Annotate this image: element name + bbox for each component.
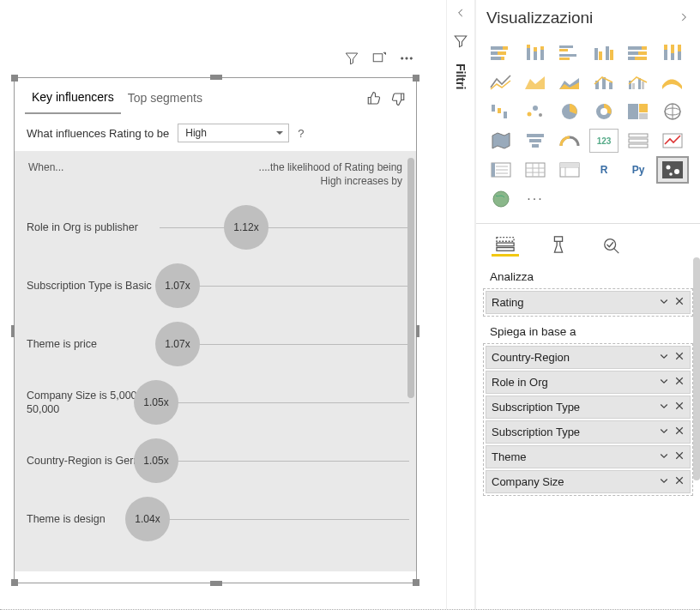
viz-treemap-icon[interactable] (624, 100, 653, 124)
svg-rect-43 (492, 105, 495, 112)
influencer-bubble[interactable]: 1.12x (224, 205, 269, 250)
viz-multirow-icon[interactable] (624, 129, 653, 153)
chevron-down-icon[interactable] (659, 351, 669, 364)
resize-handle[interactable] (11, 579, 18, 586)
field-chip[interactable]: Rating (486, 291, 691, 314)
chevron-down-icon[interactable] (659, 426, 669, 438)
field-chip[interactable]: Company Size (486, 470, 691, 493)
collapse-pane-icon[interactable] (678, 9, 690, 27)
influencer-row[interactable]: Role in Org is publisher1.12x (27, 198, 409, 257)
influencer-bubble[interactable]: 1.05x (134, 438, 178, 483)
viz-r-icon[interactable]: R (589, 158, 619, 182)
field-chip[interactable]: Subscription Type (486, 420, 691, 444)
resize-handle[interactable] (413, 579, 419, 586)
viz-clustered-column-icon[interactable] (589, 41, 619, 65)
viz-100stacked-bar-icon[interactable] (624, 41, 653, 65)
viz-kpi-icon[interactable] (658, 129, 687, 153)
influencer-row[interactable]: Country-Region is Germany1.05x (27, 432, 409, 490)
viz-line-icon[interactable] (486, 70, 516, 94)
viz-filledmap-icon[interactable] (486, 129, 516, 153)
viz-more-icon[interactable]: ··· (521, 187, 550, 211)
analytics-tab-icon[interactable] (598, 233, 625, 257)
tab-top-segments[interactable]: Top segments (121, 86, 209, 113)
influencer-row[interactable]: Theme is design1.04x (27, 490, 409, 548)
viz-area-icon[interactable] (521, 70, 550, 94)
tab-key-influencers[interactable]: Key influencers (25, 85, 121, 114)
influencer-bubble[interactable]: 1.05x (134, 380, 178, 425)
viz-100stacked-column-icon[interactable] (658, 41, 687, 65)
svg-rect-12 (534, 51, 537, 60)
more-options-icon[interactable] (399, 51, 414, 66)
close-icon[interactable] (674, 475, 685, 488)
influencer-row[interactable]: Theme is price1.07x (27, 315, 409, 373)
fields-tab-icon[interactable] (492, 233, 519, 257)
expand-filters-icon[interactable] (455, 7, 467, 21)
scrollbar[interactable] (407, 158, 414, 398)
svg-point-71 (674, 169, 679, 174)
chevron-down-icon[interactable] (659, 401, 669, 414)
influencer-bubble[interactable]: 1.04x (125, 497, 170, 541)
analyze-section-label: Analizza (476, 262, 700, 288)
viz-funnel-icon[interactable] (521, 129, 550, 153)
viz-clustered-bar-icon[interactable] (555, 41, 584, 65)
influencer-bubble[interactable]: 1.07x (155, 263, 200, 308)
viz-card-icon[interactable]: 123 (589, 129, 619, 153)
influencer-bubble[interactable]: 1.07x (155, 322, 200, 366)
chevron-down-icon[interactable] (659, 475, 669, 488)
viz-ribbon-icon[interactable] (658, 70, 687, 94)
resize-handle[interactable] (413, 75, 419, 82)
viz-stacked-bar-icon[interactable] (486, 41, 516, 65)
viz-arcgis-icon[interactable] (486, 187, 516, 211)
close-icon[interactable] (674, 296, 685, 309)
viz-stacked-column-icon[interactable] (521, 41, 550, 65)
viz-key-influencers-icon[interactable] (658, 158, 687, 182)
filter-icon[interactable] (344, 51, 359, 66)
chevron-down-icon[interactable] (659, 450, 669, 463)
format-tab-icon[interactable] (545, 233, 572, 257)
pane-scrollbar[interactable] (693, 257, 700, 480)
viz-line-clusteredcolumn-icon[interactable] (624, 70, 653, 94)
field-chip[interactable]: Subscription Type (486, 396, 691, 419)
viz-donut-icon[interactable] (589, 100, 619, 124)
chevron-down-icon[interactable] (659, 376, 669, 389)
svg-rect-33 (671, 45, 674, 53)
analyze-fieldwell[interactable]: Rating (483, 288, 693, 317)
viz-stacked-area-icon[interactable] (555, 70, 584, 94)
svg-point-73 (493, 191, 509, 207)
filters-pane-title[interactable]: Filtri (454, 63, 468, 89)
visual-container[interactable]: Key influencers Top segments What influe… (14, 77, 417, 583)
influencer-row[interactable]: Subscription Type is Basic1.07x (27, 257, 409, 315)
svg-point-47 (533, 106, 538, 111)
thumbs-down-icon[interactable] (390, 91, 406, 109)
field-chip[interactable]: Theme (486, 445, 691, 468)
field-chip[interactable]: Country-Region (486, 346, 691, 369)
viz-scatter-icon[interactable] (521, 100, 550, 124)
viz-table-icon[interactable] (521, 158, 550, 182)
viz-matrix-icon[interactable] (555, 158, 584, 182)
resize-handle[interactable] (210, 581, 222, 586)
viz-python-icon[interactable]: Py (624, 158, 653, 182)
close-icon[interactable] (674, 450, 685, 463)
explain-fieldwell[interactable]: Country-RegionRole in OrgSubscription Ty… (483, 343, 693, 496)
thumbs-up-icon[interactable] (366, 91, 382, 109)
viz-map-icon[interactable] (658, 100, 687, 124)
chevron-down-icon[interactable] (659, 296, 669, 309)
close-icon[interactable] (674, 351, 685, 364)
resize-handle[interactable] (210, 75, 222, 80)
value-dropdown[interactable]: High (178, 124, 289, 142)
field-chip[interactable]: Role in Org (486, 371, 691, 394)
viz-pie-icon[interactable] (555, 100, 584, 124)
viz-gauge-icon[interactable] (555, 129, 584, 153)
resize-handle[interactable] (11, 75, 18, 82)
viz-waterfall-icon[interactable] (486, 100, 516, 124)
close-icon[interactable] (674, 426, 685, 438)
svg-point-46 (528, 112, 532, 117)
help-icon[interactable]: ? (298, 127, 304, 140)
close-icon[interactable] (674, 401, 685, 414)
influencer-row[interactable]: Company Size is 5,000 - 50,0001.05x (27, 373, 409, 432)
close-icon[interactable] (674, 376, 685, 389)
viz-line-stackedcolumn-icon[interactable] (589, 70, 619, 94)
focus-mode-icon[interactable] (371, 51, 387, 66)
influencer-label: Theme is price (27, 337, 160, 351)
viz-slicer-icon[interactable] (486, 158, 516, 182)
